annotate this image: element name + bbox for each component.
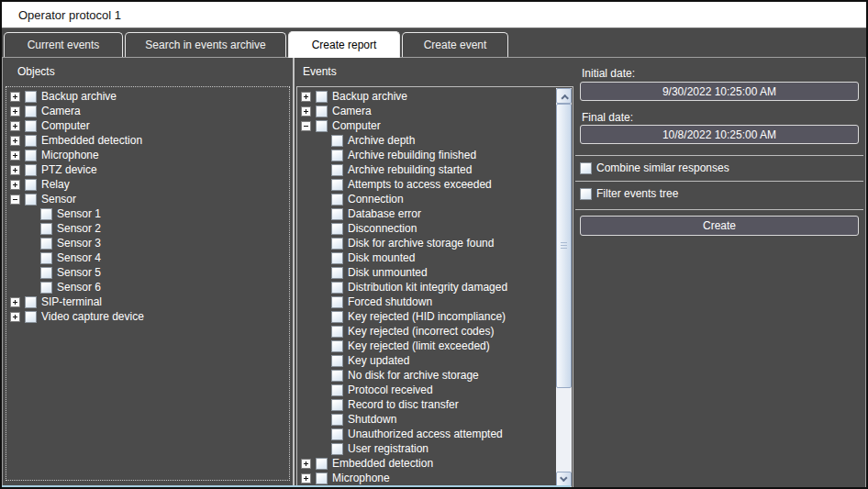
tree-item-checkbox[interactable] — [316, 106, 328, 117]
tree-row[interactable]: Computer — [297, 118, 573, 133]
tree-row[interactable]: Key rejected (incorrect codes) — [297, 324, 573, 339]
initial-date-button[interactable]: 9/30/2022 10:25:00 AM — [580, 82, 859, 101]
expand-plus-icon[interactable] — [10, 297, 20, 307]
tree-row[interactable]: Sensor 4 — [6, 250, 289, 265]
tree-item-checkbox[interactable] — [331, 238, 343, 250]
tree-item-checkbox[interactable] — [25, 135, 37, 147]
tree-row[interactable]: Protocol received — [297, 383, 573, 397]
tree-row[interactable]: Archive rebuilding finished — [297, 148, 573, 162]
tree-row[interactable]: Distribution kit integrity damaged — [297, 280, 573, 295]
tree-item-checkbox[interactable] — [331, 267, 343, 279]
tree-item-checkbox[interactable] — [331, 223, 343, 235]
tab-create-report[interactable]: Create report — [288, 31, 400, 58]
tree-item-checkbox[interactable] — [331, 150, 343, 161]
tree-row[interactable]: Database error — [297, 206, 573, 221]
tree-item-checkbox[interactable] — [316, 120, 328, 132]
tab-create-event[interactable]: Create event — [402, 32, 508, 57]
tree-item-checkbox[interactable] — [331, 384, 343, 396]
tree-item-checkbox[interactable] — [316, 91, 328, 103]
expand-plus-icon[interactable] — [10, 121, 20, 131]
tree-row[interactable]: Relay — [6, 177, 289, 192]
tree-row[interactable]: Disk unmounted — [297, 265, 573, 280]
panel-splitter[interactable] — [293, 58, 295, 487]
combine-similar-responses-row[interactable]: Combine similar responses — [580, 161, 729, 175]
tree-item-checkbox[interactable] — [331, 443, 343, 455]
tree-item-checkbox[interactable] — [331, 428, 343, 440]
tree-item-checkbox[interactable] — [331, 179, 343, 191]
tree-row[interactable]: Sensor — [6, 192, 289, 206]
expand-plus-icon[interactable] — [10, 165, 20, 175]
tree-row[interactable]: No disk for archive storage — [297, 368, 573, 383]
tree-row[interactable]: Disk mounted — [297, 250, 573, 265]
tree-item-checkbox[interactable] — [316, 472, 328, 484]
combine-similar-responses-checkbox[interactable] — [580, 162, 592, 174]
expand-plus-icon[interactable] — [10, 312, 20, 322]
tree-item-checkbox[interactable] — [40, 267, 52, 279]
expand-plus-icon[interactable] — [301, 459, 311, 469]
filter-events-tree-checkbox[interactable] — [580, 188, 592, 200]
collapse-minus-icon[interactable] — [301, 121, 311, 131]
tree-item-checkbox[interactable] — [40, 208, 52, 220]
tree-item-checkbox[interactable] — [40, 223, 52, 235]
events-scrollbar[interactable] — [556, 88, 572, 487]
tree-row[interactable]: PTZ device — [6, 162, 289, 177]
tree-row[interactable]: Key rejected (limit exceeded) — [297, 339, 573, 353]
scrollbar-thumb[interactable] — [556, 104, 572, 388]
tree-row[interactable]: Connection — [297, 192, 573, 206]
tree-row[interactable]: Disk for archive storage found — [297, 236, 573, 250]
tree-item-checkbox[interactable] — [40, 282, 52, 294]
tree-row[interactable]: Forced shutdown — [297, 295, 573, 309]
tree-item-checkbox[interactable] — [316, 458, 328, 470]
tree-item-checkbox[interactable] — [331, 399, 343, 411]
tree-item-checkbox[interactable] — [40, 252, 52, 264]
tree-row[interactable]: Camera — [297, 104, 573, 118]
tree-row[interactable]: Embedded detection — [6, 133, 289, 148]
scroll-up-button[interactable] — [556, 88, 572, 104]
expand-plus-icon[interactable] — [10, 92, 20, 102]
tree-item-checkbox[interactable] — [331, 135, 343, 147]
tree-item-checkbox[interactable] — [331, 355, 343, 367]
tree-item-checkbox[interactable] — [331, 194, 343, 206]
tree-item-checkbox[interactable] — [25, 164, 37, 176]
tree-item-checkbox[interactable] — [25, 311, 37, 323]
final-date-button[interactable]: 10/8/2022 10:25:00 AM — [580, 125, 859, 144]
tree-item-checkbox[interactable] — [25, 179, 37, 191]
tree-item-checkbox[interactable] — [40, 238, 52, 250]
tree-item-checkbox[interactable] — [25, 106, 37, 117]
tree-item-checkbox[interactable] — [331, 370, 343, 382]
tree-item-checkbox[interactable] — [331, 282, 343, 294]
expand-plus-icon[interactable] — [10, 106, 20, 117]
tree-item-checkbox[interactable] — [331, 326, 343, 338]
tree-row[interactable]: Key updated — [297, 353, 573, 368]
tree-row[interactable]: Camera — [6, 104, 289, 118]
tree-row[interactable]: Attempts to access exceeded — [297, 177, 573, 192]
create-button[interactable]: Create — [580, 216, 859, 236]
tree-row[interactable]: SIP-terminal — [6, 295, 289, 309]
collapse-minus-icon[interactable] — [10, 194, 20, 205]
tree-row[interactable]: Embedded detection — [297, 456, 573, 471]
tree-item-checkbox[interactable] — [331, 296, 343, 308]
expand-plus-icon[interactable] — [301, 92, 311, 102]
tree-item-checkbox[interactable] — [25, 91, 37, 103]
tree-row[interactable]: Microphone — [6, 148, 289, 162]
tree-row[interactable]: User registration — [297, 441, 573, 456]
tree-row[interactable]: Sensor 3 — [6, 236, 289, 250]
tree-item-checkbox[interactable] — [331, 414, 343, 426]
tree-item-checkbox[interactable] — [25, 150, 37, 161]
tree-row[interactable]: Backup archive — [6, 89, 289, 104]
tree-row[interactable]: Microphone — [297, 471, 573, 485]
tab-search-in-events-archive[interactable]: Search in events archive — [125, 32, 286, 57]
tree-row[interactable]: Shutdown — [297, 412, 573, 427]
tree-row[interactable]: Sensor 1 — [6, 206, 289, 221]
expand-plus-icon[interactable] — [301, 473, 311, 483]
tree-row[interactable]: Computer — [6, 118, 289, 133]
tree-item-checkbox[interactable] — [331, 208, 343, 220]
tree-row[interactable]: Video capture device — [6, 309, 289, 324]
tree-item-checkbox[interactable] — [331, 340, 343, 352]
expand-plus-icon[interactable] — [10, 180, 20, 190]
tree-item-checkbox[interactable] — [331, 164, 343, 176]
tree-item-checkbox[interactable] — [25, 194, 37, 206]
expand-plus-icon[interactable] — [10, 136, 20, 146]
tree-item-checkbox[interactable] — [25, 120, 37, 132]
tree-row[interactable]: Sensor 6 — [6, 280, 289, 295]
